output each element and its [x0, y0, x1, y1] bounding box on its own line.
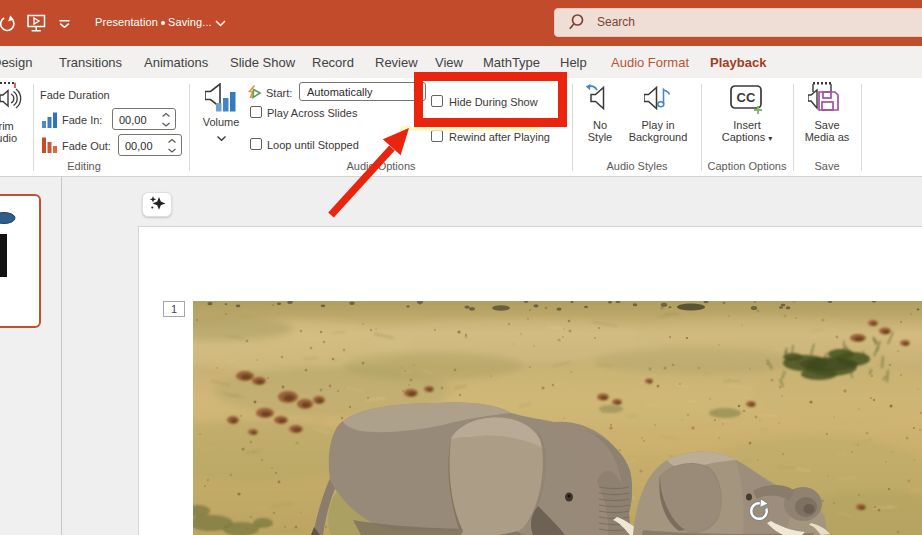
svg-text:CC: CC	[737, 90, 756, 105]
